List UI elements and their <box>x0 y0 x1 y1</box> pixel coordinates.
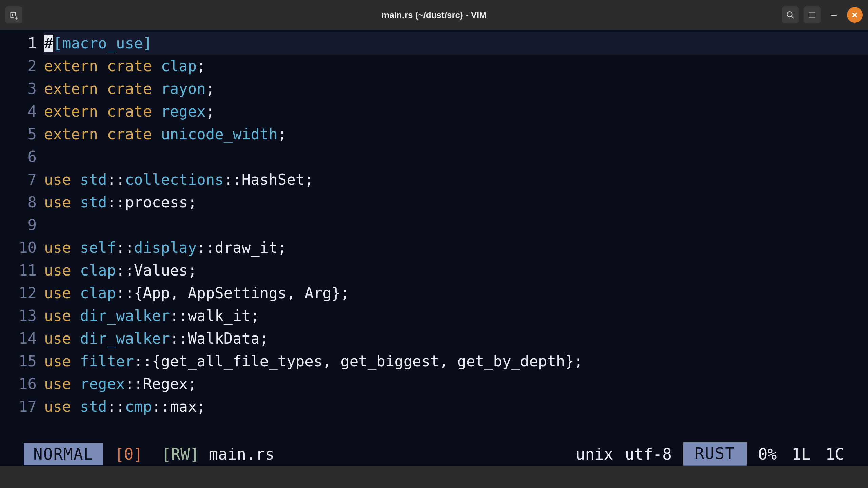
token: HashSet <box>242 171 304 188</box>
code-area: 1234567891011121314151617 #[macro_use]ex… <box>0 32 868 442</box>
new-tab-button[interactable] <box>5 6 22 23</box>
token: ; <box>197 398 206 415</box>
encoding: utf-8 <box>625 445 672 463</box>
token: :: <box>116 239 134 256</box>
token: filter <box>80 352 134 370</box>
token: process <box>125 194 188 211</box>
code-line[interactable] <box>44 214 868 236</box>
line-number: 13 <box>0 304 37 327</box>
token: use <box>44 375 80 392</box>
token: :: <box>170 307 188 324</box>
token: ; <box>188 375 197 392</box>
code-line[interactable] <box>44 145 868 168</box>
minimize-button[interactable] <box>825 6 842 23</box>
code-line[interactable]: #[macro_use] <box>44 32 868 55</box>
filetype: RUST <box>683 442 747 466</box>
token: std <box>80 171 107 188</box>
token: rayon <box>161 80 205 97</box>
status-register: [0] <box>115 445 143 463</box>
code-line[interactable]: extern crate regex; <box>44 100 868 123</box>
token: ; <box>340 284 350 302</box>
token: use <box>44 398 80 415</box>
token: unicode_width <box>161 125 277 143</box>
token: regex <box>161 103 205 120</box>
col-indicator: 1C <box>826 445 844 463</box>
token: extern crate <box>44 103 161 120</box>
token: :: <box>125 375 143 392</box>
window-title: main.rs (~/dust/src) - VIM <box>381 10 487 20</box>
readwrite-indicator: [RW] <box>162 445 199 463</box>
code-line[interactable]: use clap::{App, AppSettings, Arg}; <box>44 282 868 304</box>
token: use <box>44 330 80 347</box>
token: :: <box>134 352 152 370</box>
token: Values <box>134 262 188 279</box>
token: use <box>44 171 80 188</box>
line-number: 2 <box>0 55 37 77</box>
editor[interactable]: 1234567891011121314151617 #[macro_use]ex… <box>0 30 868 466</box>
line-number: 3 <box>0 77 37 100</box>
line-number: 16 <box>0 372 37 395</box>
token: ; <box>260 330 269 347</box>
token: {App, AppSettings, Arg} <box>134 284 340 302</box>
token: :: <box>107 194 125 211</box>
token: use <box>44 284 80 302</box>
token: ; <box>197 57 206 75</box>
line-number: 15 <box>0 350 37 372</box>
close-button[interactable] <box>847 7 863 23</box>
token: use <box>44 307 80 324</box>
line-number: 11 <box>0 259 37 282</box>
line-number: 1 <box>0 32 37 55</box>
search-icon <box>786 11 795 19</box>
close-icon <box>851 11 859 19</box>
code-line[interactable]: use self::display::draw_it; <box>44 236 868 259</box>
token: dir_walker <box>80 330 170 347</box>
vim-window: main.rs (~/dust/src) - VIM 1234567891011… <box>0 0 868 466</box>
code-line[interactable]: extern crate unicode_width; <box>44 123 868 145</box>
desktop-background <box>0 466 868 488</box>
token: ; <box>206 103 215 120</box>
titlebar: main.rs (~/dust/src) - VIM <box>0 0 868 30</box>
token: cmp <box>125 398 152 415</box>
token: ; <box>278 125 287 143</box>
code-line[interactable]: extern crate rayon; <box>44 77 868 100</box>
code-line[interactable]: extern crate clap; <box>44 55 868 77</box>
hamburger-icon <box>808 11 816 19</box>
line-number: 14 <box>0 327 37 350</box>
token: clap <box>80 262 116 279</box>
token: std <box>80 398 107 415</box>
code-line[interactable]: use filter::{get_all_file_types, get_big… <box>44 350 868 372</box>
code-line[interactable]: use dir_walker::walk_it; <box>44 304 868 327</box>
token: {get_all_file_types, get_biggest, get_by… <box>152 352 574 370</box>
terminal-plus-icon <box>9 10 19 20</box>
code-line[interactable]: use std::collections::HashSet; <box>44 168 868 191</box>
code-line[interactable]: use std::cmp::max; <box>44 395 868 418</box>
token: extern crate <box>44 125 161 143</box>
token: draw_it <box>215 239 277 256</box>
token: std <box>80 194 107 211</box>
line-number: 10 <box>0 236 37 259</box>
token: :: <box>116 262 134 279</box>
token: use <box>44 352 80 370</box>
token: :: <box>152 398 170 415</box>
code-line[interactable]: use clap::Values; <box>44 259 868 282</box>
code-content[interactable]: #[macro_use]extern crate clap;extern cra… <box>44 32 868 442</box>
token: use <box>44 262 80 279</box>
code-line[interactable]: use dir_walker::WalkData; <box>44 327 868 350</box>
titlebar-right <box>782 6 863 23</box>
mode-indicator: NORMAL <box>24 443 103 465</box>
fileformat: unix <box>576 445 613 463</box>
code-line[interactable]: use regex::Regex; <box>44 372 868 395</box>
line-number: 7 <box>0 168 37 191</box>
line-number: 6 <box>0 145 37 168</box>
token: extern crate <box>44 57 161 75</box>
menu-button[interactable] <box>804 6 821 23</box>
line-number: 5 <box>0 123 37 145</box>
code-line[interactable]: use std::process; <box>44 191 868 214</box>
token: ; <box>188 194 197 211</box>
token: display <box>134 239 197 256</box>
search-button[interactable] <box>782 6 799 23</box>
token: ; <box>278 239 287 256</box>
token: clap <box>161 57 197 75</box>
token: use <box>44 239 80 256</box>
filename: main.rs <box>209 445 274 463</box>
